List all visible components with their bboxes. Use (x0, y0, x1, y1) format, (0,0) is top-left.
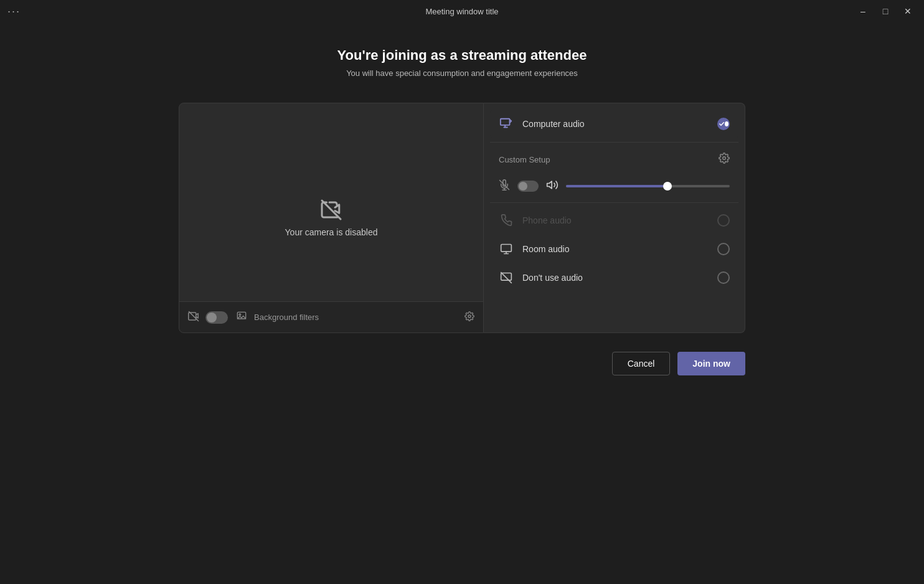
cancel-button[interactable]: Cancel (612, 352, 671, 375)
close-button[interactable]: ✕ (899, 2, 917, 20)
phone-audio-icon (499, 214, 514, 227)
action-buttons: Cancel Join now (612, 352, 745, 375)
main-content: You're joining as a streaming attendee Y… (0, 22, 924, 584)
audio-panel: Computer audio Custom Setup (484, 103, 745, 333)
background-filter-icon (237, 311, 247, 324)
title-bar-controls: – □ ✕ (854, 2, 917, 20)
no-audio-icon (499, 271, 514, 284)
computer-audio-label: Computer audio (522, 119, 709, 129)
page-title: You're joining as a streaming attendee (337, 47, 587, 64)
volume-thumb[interactable] (663, 182, 672, 191)
no-audio-label: Don't use audio (522, 273, 709, 283)
mic-toggle-switch[interactable] (517, 181, 539, 192)
mic-volume-row (490, 174, 738, 199)
no-audio-option[interactable]: Don't use audio (490, 264, 738, 291)
camera-toggle-icon (188, 311, 199, 324)
camera-off-icon (320, 199, 342, 221)
svg-point-5 (723, 157, 726, 160)
page-subtitle: You will have special consumption and en… (346, 68, 578, 78)
title-bar-left: ··· (7, 5, 21, 18)
phone-audio-option[interactable]: Phone audio (490, 207, 738, 234)
svg-point-3 (468, 315, 471, 318)
volume-icon (546, 179, 559, 194)
phone-audio-radio[interactable] (717, 214, 730, 227)
maximize-button[interactable]: □ (877, 2, 894, 20)
camera-panel: Your camera is disabled (179, 103, 484, 333)
svg-line-11 (501, 273, 512, 283)
minimize-button[interactable]: – (854, 2, 872, 20)
volume-slider[interactable] (566, 185, 730, 187)
window-title: Meeting window title (425, 7, 498, 16)
computer-audio-option[interactable]: Computer audio (490, 110, 738, 138)
camera-settings-icon[interactable] (464, 311, 474, 324)
join-now-button[interactable]: Join now (677, 352, 745, 375)
phone-audio-label: Phone audio (522, 215, 709, 225)
room-audio-radio[interactable] (717, 243, 730, 255)
custom-setup-gear-icon[interactable] (719, 153, 730, 166)
svg-rect-9 (501, 245, 512, 252)
svg-rect-4 (501, 119, 510, 125)
more-options-icon[interactable]: ··· (7, 5, 21, 18)
room-audio-option[interactable]: Room audio (490, 235, 738, 263)
panels-container: Your camera is disabled (179, 103, 745, 333)
camera-toggle-switch[interactable] (205, 311, 228, 324)
custom-setup-label: Custom Setup (499, 155, 712, 164)
room-audio-label: Room audio (522, 244, 709, 254)
background-filter-label: Background filters (254, 313, 458, 322)
room-audio-icon (499, 243, 514, 255)
mic-muted-icon (499, 179, 510, 193)
divider-1 (490, 142, 738, 143)
svg-point-2 (239, 314, 241, 316)
custom-setup-row: Custom Setup (490, 146, 738, 172)
camera-disabled-label: Your camera is disabled (285, 227, 378, 237)
divider-2 (490, 202, 738, 203)
title-bar: ··· Meeting window title – □ ✕ (0, 0, 924, 22)
camera-toolbar: Background filters (179, 301, 483, 332)
no-audio-radio[interactable] (717, 271, 730, 284)
computer-audio-radio[interactable] (717, 118, 730, 130)
computer-audio-icon (499, 117, 514, 131)
